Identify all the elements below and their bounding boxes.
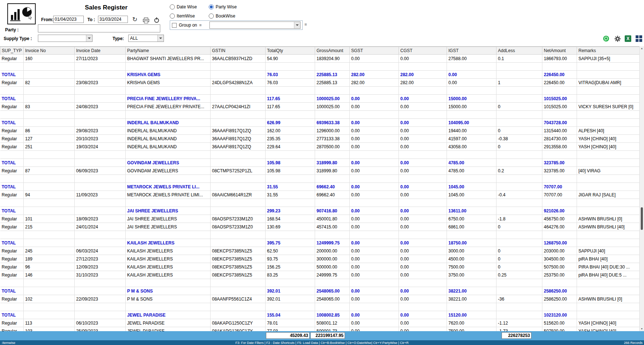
cell-cgst: 0.00	[399, 95, 447, 103]
vertical-scrollbar[interactable]: ▲ ▼	[639, 46, 644, 331]
cell-remarks: ALPESH [40]	[577, 127, 640, 135]
column-header-addless[interactable]: AddLess	[496, 47, 542, 55]
cell-totalqty: 93.75	[266, 255, 315, 263]
column-header-sup_typ[interactable]: SUP_TYP	[0, 47, 24, 55]
spacer-row	[0, 151, 640, 159]
cell-sgst: 0.00	[350, 55, 399, 63]
cell-igst: 15120.00	[447, 311, 496, 319]
cell-netamount: 2814730.00	[542, 135, 577, 143]
column-header-gstin[interactable]: GSTIN	[211, 47, 266, 55]
invoice-row[interactable]: Regular16027/11/2023BHAGWAT SHANTI JEWEL…	[0, 55, 640, 63]
cell-sup_typ	[0, 199, 24, 207]
cell-sup_typ: Regular	[0, 215, 24, 223]
scrollbar-thumb[interactable]	[641, 207, 643, 230]
radio-date-wise[interactable]: Date Wise	[170, 4, 209, 9]
grand-total-gross: 223199147.95	[310, 332, 345, 339]
column-header-igst[interactable]: IGST	[447, 47, 496, 55]
cell-invoice_no	[24, 287, 75, 295]
group-total-row[interactable]: TOTALJAI SHREE JEWELLERS299.23907416.800…	[0, 207, 640, 215]
cell-sup_typ: Regular	[0, 103, 24, 111]
cell-gstin	[211, 287, 266, 295]
column-header-invoice_date[interactable]: Invoice Date	[75, 47, 126, 55]
radio-button	[209, 13, 214, 19]
radio-bookwise[interactable]: BookWise	[209, 13, 237, 19]
invoice-row[interactable]: Regular24506/03/2024KAILASH JEWELLERS08E…	[0, 247, 640, 255]
power-icon[interactable]	[153, 16, 161, 24]
to-date-input[interactable]	[98, 16, 128, 23]
invoice-row[interactable]: Regular8629/08/2023INDERLAL BALMUKAND36A…	[0, 127, 640, 135]
group-total-row[interactable]: TOTALP M & SONS392.012548065.000.000.003…	[0, 287, 640, 295]
column-header-totalqty[interactable]: TotalQty	[266, 47, 315, 55]
column-header-sgst[interactable]: SGST	[350, 47, 399, 55]
cell-sup_typ: TOTAL	[0, 183, 24, 191]
invoice-row[interactable]: Regular25119/03/2024INDERLAL BALMUKAND36…	[0, 143, 640, 151]
group-on-select[interactable]	[209, 21, 301, 29]
cell-igst: 13611.00	[447, 207, 496, 215]
type-select[interactable]: ALL	[128, 35, 164, 42]
column-header-invoice_no[interactable]: Invoice No	[24, 47, 75, 55]
group-on-label: Group on	[179, 23, 197, 28]
group-total-row[interactable]: TOTALMETAROCK JEWELS PRIVATE LI...31.556…	[0, 183, 640, 191]
radio-itemwise[interactable]: ItemWise	[170, 13, 209, 19]
cell-remarks	[577, 175, 640, 183]
invoice-row[interactable]: Regular10325/09/2023JEWEL PARADISE08AKAP…	[0, 327, 640, 332]
cell-sgst: 0.00	[350, 327, 399, 332]
cell-totalqty: 83.25	[266, 271, 315, 279]
cell-remarks	[577, 71, 640, 79]
excel-export-icon[interactable]: X	[624, 35, 632, 43]
grand-total-qty: 45209.43	[266, 332, 310, 339]
whatsapp-share-icon[interactable]	[602, 35, 610, 43]
scroll-up-icon[interactable]: ▲	[640, 46, 644, 51]
app-logo-icon	[7, 3, 36, 24]
cell-invoice_date: 25/09/2023	[75, 327, 126, 332]
group-total-row[interactable]: TOTALKRISHVA GEMS76.03225885.13282.00282…	[0, 71, 640, 79]
refresh-icon[interactable]: ↻	[131, 15, 139, 23]
group-total-row[interactable]: TOTALJEWEL PARADISE155.041008002.850.000…	[0, 311, 640, 319]
invoice-row[interactable]: Regular8706/09/2023GOVINDAM JEWELLERS08C…	[0, 167, 640, 175]
column-header-partyname[interactable]: PartyName	[126, 47, 211, 55]
grid-view-icon[interactable]	[635, 35, 643, 43]
invoice-row[interactable]: Regular9411/09/2023METAROCK JEWELS PRIVA…	[0, 191, 640, 199]
cell-gstin	[211, 199, 266, 207]
cell-igst: 27588.00	[447, 55, 496, 63]
group-total-row[interactable]: TOTALPRECIA FINE JEWELLERY PRIVA...117.6…	[0, 95, 640, 103]
group-total-row[interactable]: TOTALINDERLAL BALMUKAND626.996939633.380…	[0, 119, 640, 127]
group-total-row[interactable]: TOTALGOVINDAM JEWELLERS105.98318999.800.…	[0, 159, 640, 167]
invoice-row[interactable]: Regular21524/01/2024JAI SHREE JEWELLERS0…	[0, 223, 640, 231]
cell-cgst: 0.00	[399, 135, 447, 143]
invoice-row[interactable]: Regular12720/10/2023INDERLAL BALMUKAND36…	[0, 135, 640, 143]
cell-partyname: INDERLAL BALMUKAND	[126, 119, 211, 127]
cell-grossamount: 200000.00	[315, 247, 350, 255]
column-header-cgst[interactable]: CGST	[399, 47, 447, 55]
cell-totalqty	[266, 111, 315, 119]
radio-party-wise[interactable]: Party Wise	[209, 4, 237, 9]
invoice-row[interactable]: Regular10118/09/2023JAI SHREE JEWELLERS0…	[0, 215, 640, 223]
cell-netamount: 507500.00	[542, 263, 577, 271]
invoice-row[interactable]: Regular14631/10/2023KAILASH JEWELLERS08E…	[0, 271, 640, 279]
print-icon[interactable]	[142, 16, 150, 24]
invoice-row[interactable]: Regular18927/12/2023KAILASH JEWELLERS08E…	[0, 255, 640, 263]
cell-invoice_date	[75, 207, 126, 215]
column-header-netamount[interactable]: NetAmount	[542, 47, 577, 55]
cell-partyname	[126, 111, 211, 119]
cell-remarks: YASH [CHINO] [40]	[577, 319, 640, 327]
party-input[interactable]	[38, 24, 160, 32]
invoice-row[interactable]: Regular8223/08/2023KRISHVA GEMS24DLGPS42…	[0, 79, 640, 87]
scroll-down-icon[interactable]: ▼	[640, 327, 644, 331]
cell-grossamount: 318999.80	[315, 159, 350, 167]
column-header-remarks[interactable]: Remarks	[577, 47, 640, 55]
invoice-row[interactable]: Regular8324/08/2023PRECIA FINE JEWELLERY…	[0, 103, 640, 111]
group-on-checkbox[interactable]	[172, 23, 177, 28]
cell-partyname: GOVINDAM JEWELLERS	[126, 159, 211, 167]
supply-type-select[interactable]	[38, 35, 93, 42]
invoice-row[interactable]: Regular9612/09/2023KAILASH JEWELLERS08EK…	[0, 263, 640, 271]
cell-grossamount: 2870500.00	[315, 143, 350, 151]
column-header-grossamount[interactable]: GrossAmount	[315, 47, 350, 55]
invoice-row[interactable]: Regular11306/10/2023JEWEL PARADISE08AKAP…	[0, 319, 640, 327]
cell-gstin	[211, 175, 266, 183]
from-date-input[interactable]	[53, 16, 84, 23]
group-total-row[interactable]: TOTALKAILASH JEWELLERS395.751249999.750.…	[0, 239, 640, 247]
invoice-row[interactable]: Regular10222/09/2023P M & SONS08AANFP556…	[0, 295, 640, 303]
settings-gear-icon[interactable]	[613, 35, 621, 43]
cell-invoice_date: 12/09/2023	[75, 263, 126, 271]
